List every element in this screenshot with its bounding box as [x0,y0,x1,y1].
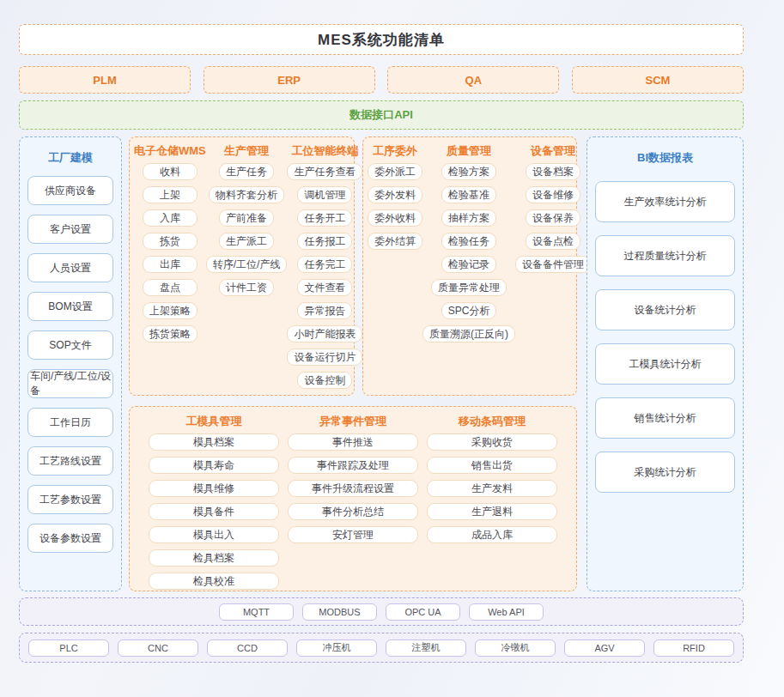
protocol-box: OPC UA [386,603,460,621]
production-header: 生产管理 [224,143,269,159]
terminal-item: 任务完工 [297,256,352,273]
factory-modeling-item: 客户设置 [27,215,113,244]
outsourcing-column: 工序委外 委外派工委外发料委外收料委外结算 [368,143,422,389]
terminal-item: 设备运行切片 [287,348,362,366]
factory-modeling-list: 供应商设备客户设置人员设置BOM设置SOP文件车间/产线/工位/设备工作日历工艺… [27,176,113,553]
events-column: 异常事件管理 事件推送事件跟踪及处理事件升级流程设置事件分析总结安灯管理 [288,414,418,584]
mold-item: 检具档案 [149,549,279,567]
events-item: 事件分析总结 [288,503,418,520]
wms-item: 上架 [143,186,198,203]
wms-item: 出库 [143,256,198,273]
quality-column: 质量管理 检验方案检验基准抽样方案检验任务检验记录质量异常处理SPC分析质量溯源… [422,143,515,389]
outsourcing-item: 委外收料 [368,209,422,227]
wms-header: 电子仓储WMS [134,143,206,159]
quality-item: 检验任务 [441,233,496,250]
bi-report-item: 工模具统计分析 [595,343,735,385]
device-box: 冲压机 [296,639,377,657]
wms-item: 盘点 [143,279,198,296]
barcode-column: 移动条码管理 采购收货销售出货生产发料生产退料成品入库 [427,414,557,584]
outsourcing-item: 委外发料 [368,186,422,203]
factory-modeling-header: 工厂建模 [27,150,113,166]
protocols-bar: MQTTMODBUSOPC UAWeb API [19,597,744,626]
outsourcing-header: 工序委外 [373,143,417,159]
wms-item: 收料 [143,163,198,180]
device-box: PLC [28,639,109,657]
outsourcing-item: 委外结算 [368,233,422,250]
wms-item: 拣货策略 [143,325,198,342]
bi-reports-header: BI数据报表 [595,150,735,166]
equipment-item: 设备档案 [526,163,580,180]
factory-modeling-item: 工艺路线设置 [27,446,113,476]
factory-modeling-item: SOP文件 [27,330,113,360]
mold-item: 模具档案 [149,433,279,451]
equipment-item: 设备点检 [526,233,580,250]
wms-item: 上架策略 [143,302,198,319]
barcode-item: 生产退料 [427,503,557,520]
diagram-title: MES系统功能清单 [19,24,744,55]
mold-column: 工模具管理 模具档案模具寿命模具维修模具备件模具出入检具档案检具校准 [149,414,279,584]
terminal-item: 调机管理 [297,186,352,203]
quality-item: 检验方案 [441,163,496,180]
data-api-bar: 数据接口API [19,100,744,130]
terminal-item: 异常报告 [297,302,352,319]
bi-report-item: 采购统计分析 [595,452,735,493]
quality-item: 质量溯源(正反向) [422,325,515,342]
core-modules-area: 电子仓储WMS 收料上架入库拣货出库盘点上架策略拣货策略 生产管理 生产任务物料… [129,136,577,591]
device-box: 冷镦机 [475,639,556,657]
quality-item: 质量异常处理 [431,279,507,296]
main-area: 工厂建模 供应商设备客户设置人员设置BOM设置SOP文件车间/产线/工位/设备工… [19,136,744,591]
terminal-item: 小时产能报表 [287,325,362,342]
factory-modeling-item: 车间/产线/工位/设备 [27,369,113,398]
barcode-item: 采购收货 [427,433,557,451]
mold-item: 模具备件 [149,503,279,520]
factory-modeling-item: 人员设置 [27,253,113,282]
mold-item: 模具出入 [149,526,279,543]
equipment-item: 设备备件管理 [515,256,591,273]
quality-header: 质量管理 [447,143,491,159]
terminal-item: 任务报工 [297,233,352,250]
production-item: 生产派工 [219,233,274,250]
events-item: 事件推送 [288,433,418,451]
quality-item: 检验记录 [441,256,496,273]
terminal-item: 文件查看 [297,279,352,296]
equipment-item: 设备保养 [526,209,580,227]
external-system-box: ERP [204,66,375,94]
barcode-header: 移动条码管理 [459,414,526,429]
production-item: 产前准备 [219,209,274,227]
events-item: 事件升级流程设置 [288,480,418,497]
quality-item: 抽样方案 [441,209,496,227]
factory-modeling-item: 工作日历 [27,408,113,437]
barcode-item: 生产发料 [427,480,557,497]
terminal-column: 工位智能终端 生产任务查看调机管理任务开工任务报工任务完工文件查看异常报告小时产… [287,143,362,389]
mold-item: 模具维修 [149,480,279,497]
outsourcing-item: 委外派工 [368,163,422,180]
mold-events-barcode-box: 工模具管理 模具档案模具寿命模具维修模具备件模具出入检具档案检具校准 异常事件管… [129,406,577,591]
bi-report-item: 过程质量统计分析 [595,235,735,276]
factory-modeling-item: 供应商设备 [27,176,113,205]
protocol-box: MQTT [219,603,294,621]
mold-item: 检具校准 [149,573,279,590]
events-item: 安灯管理 [288,526,418,543]
terminal-header: 工位智能终端 [291,143,358,159]
quality-item: SPC分析 [441,302,497,319]
production-item: 物料齐套分析 [209,186,284,203]
production-item: 转序/工位/产线 [206,256,288,273]
equipment-item: 设备维修 [526,186,580,203]
mes-function-diagram: MES系统功能清单 PLMERPQASCM 数据接口API 工厂建模 供应商设备… [19,24,744,663]
device-box: RFID [653,639,734,657]
quality-item: 检验基准 [441,186,496,203]
production-item: 生产任务 [219,163,274,180]
bi-report-item: 设备统计分析 [595,289,735,330]
factory-modeling-item: BOM设置 [27,292,113,321]
devices-bar: PLCCNCCCD冲压机注塑机冷镦机AGVRFID [19,633,744,663]
factory-modeling-item: 工艺参数设置 [27,485,113,514]
external-systems-row: PLMERPQASCM [19,66,744,94]
device-box: CCD [207,639,288,657]
device-box: CNC [118,639,198,657]
external-system-box: QA [387,66,559,94]
factory-modeling-item: 设备参数设置 [27,524,113,553]
mold-item: 模具寿命 [149,457,279,474]
protocol-box: MODBUS [302,603,377,621]
mold-header: 工模具管理 [186,414,242,429]
wms-item: 入库 [143,209,198,227]
